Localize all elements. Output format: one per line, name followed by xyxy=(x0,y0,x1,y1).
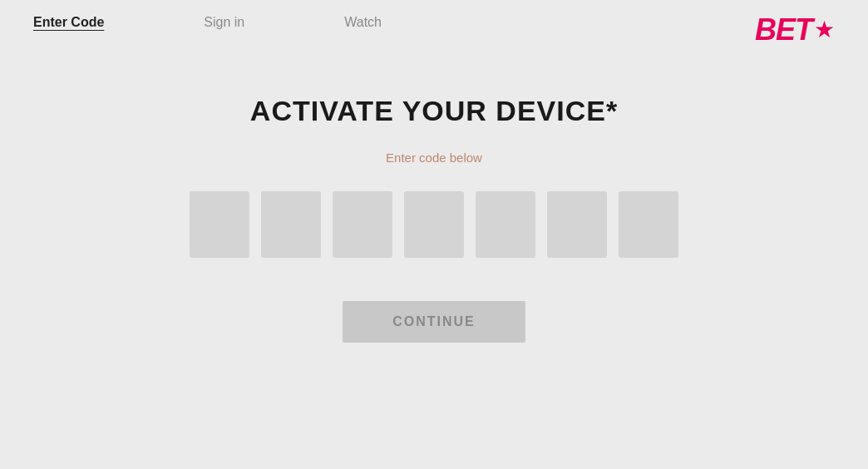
code-input-2[interactable] xyxy=(261,191,321,258)
code-input-7[interactable] xyxy=(619,191,678,258)
code-input-5[interactable] xyxy=(476,191,535,258)
nav-enter-code[interactable]: Enter Code xyxy=(33,15,104,30)
code-input-3[interactable] xyxy=(333,191,392,258)
nav-watch[interactable]: Watch xyxy=(344,15,382,30)
code-input-4[interactable] xyxy=(404,191,464,258)
continue-button[interactable]: CONTINUE xyxy=(343,301,525,343)
code-input-1[interactable] xyxy=(190,191,249,258)
bet-star-icon: ★ xyxy=(814,18,835,42)
header: Enter Code Sign in Watch BET★ xyxy=(0,0,868,45)
bet-logo: BET★ xyxy=(755,15,835,45)
subtitle-text: Enter code below xyxy=(386,151,482,165)
nav-sign-in[interactable]: Sign in xyxy=(204,15,244,30)
bet-logo-text: BET xyxy=(755,15,812,45)
main-content: ACTIVATE YOUR DEVICE* Enter code below C… xyxy=(0,45,868,343)
code-input-group xyxy=(190,191,678,258)
code-input-6[interactable] xyxy=(547,191,607,258)
nav: Enter Code Sign in Watch xyxy=(33,15,382,30)
page-title: ACTIVATE YOUR DEVICE* xyxy=(250,95,618,127)
